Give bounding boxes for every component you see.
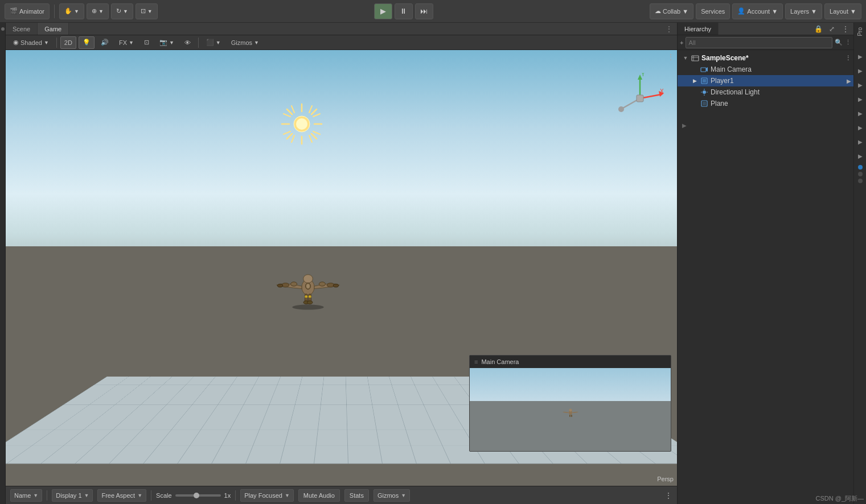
fx-btn[interactable]: FX ▼ (115, 36, 138, 49)
display-dropdown[interactable]: Display 1 ▼ (52, 489, 93, 502)
right-arrow-1[interactable]: ▶ (858, 53, 863, 60)
right-arrow-8[interactable]: ▶ (858, 153, 863, 159)
scene-sep-1 (56, 38, 57, 48)
aspect-dropdown[interactable]: Free Aspect ▼ (97, 489, 146, 502)
pro-tab[interactable]: Pro (857, 27, 863, 36)
scene-view[interactable]: Y X Persp ≡ (6, 50, 677, 486)
stats-btn[interactable]: Stats (344, 489, 369, 502)
svg-rect-28 (305, 296, 307, 298)
scene-gizmo[interactable]: Y X (614, 73, 666, 124)
name-arrow: ▼ (33, 493, 38, 498)
expand-arrow-1[interactable]: ▶ (682, 121, 853, 130)
render-arrow: ▼ (216, 40, 221, 46)
scale-value: 1x (224, 492, 231, 499)
sun-rays-svg (279, 101, 325, 147)
sun-object[interactable] (279, 101, 325, 147)
name-dropdown[interactable]: Name ▼ (10, 489, 42, 502)
hierarchy-item-player1[interactable]: ▶ Player1 ▶ (678, 75, 853, 86)
lighting-btn[interactable]: 💡 (79, 36, 95, 49)
plane-expand (691, 100, 698, 107)
persp-label: Persp (657, 476, 674, 482)
hierarchy-search[interactable] (686, 37, 832, 48)
hierarchy-item-main-camera[interactable]: Main Camera (678, 64, 853, 75)
robot-svg (274, 258, 342, 315)
light-icon (700, 88, 708, 96)
right-arrow-4[interactable]: ▶ (858, 96, 863, 102)
camera-preview-header: ≡ Main Camera (470, 356, 671, 368)
camera-label: Main Camera (711, 65, 752, 73)
bottom-more-btn[interactable]: ⋮ (664, 491, 672, 500)
hierarchy-expand-btn[interactable]: ⤢ (826, 23, 838, 35)
right-arrow-6[interactable]: ▶ (858, 125, 863, 131)
scene-more[interactable]: ⋮ (845, 55, 851, 62)
scene-more-btn[interactable]: ⋮ (667, 52, 675, 61)
hierarchy-item-directional-light[interactable]: Directional Light (678, 86, 853, 98)
gizmos-dropdown[interactable]: Gizmos ▼ (374, 489, 410, 502)
svg-rect-47 (571, 415, 572, 417)
svg-line-11 (309, 106, 312, 113)
right-arrow-7[interactable]: ▶ (858, 139, 863, 145)
player-expand[interactable]: ▶ (691, 77, 698, 84)
hierarchy-lock-btn[interactable]: 🔒 (812, 23, 824, 35)
right-arrow-3[interactable]: ▶ (858, 82, 863, 88)
eye-btn[interactable]: 👁 (180, 36, 195, 49)
play-focused-dropdown[interactable]: Play Focused ▼ (240, 489, 294, 502)
plane-icon (700, 100, 708, 108)
layout-button[interactable]: Layout ▼ (824, 3, 861, 19)
hierarchy-more2-btn[interactable]: ⋮ (845, 39, 851, 46)
layers-button[interactable]: Layers ▼ (785, 3, 822, 19)
mute-audio-btn[interactable]: Mute Audio (298, 489, 340, 502)
tab-more[interactable]: ⋮ (661, 24, 677, 34)
hierarchy-scene-root[interactable]: ▼ SampleScene* ⋮ (678, 52, 853, 64)
grey-accent-2 (858, 179, 863, 183)
scene-layers-btn[interactable]: ⊡ (140, 36, 153, 49)
hierarchy-more-btn[interactable]: ⋮ (840, 23, 851, 35)
animator-tab[interactable]: 🎬 Animator (5, 3, 50, 19)
light-expand (691, 89, 698, 96)
hierarchy-add-btn[interactable]: + (680, 39, 683, 46)
tab-game[interactable]: Game (38, 23, 69, 35)
watermark: CSDN @_阿新— (813, 493, 866, 504)
move-tool[interactable]: ⊕ ▼ (87, 3, 109, 19)
plane-label: Plane (711, 100, 728, 108)
cam-player (562, 406, 579, 420)
account-button[interactable]: 👤 Account ▼ (732, 3, 783, 19)
pause-button[interactable]: ⏸ (395, 3, 413, 19)
svg-point-32 (333, 284, 338, 287)
svg-point-30 (292, 304, 323, 309)
shading-btn[interactable]: ◉ Shaded ▼ (9, 36, 53, 49)
camera-preview-content (470, 368, 671, 451)
collab-button[interactable]: ☁ Collab ▼ (650, 3, 693, 19)
svg-line-15 (313, 131, 320, 134)
hand-tool[interactable]: ✋ ▼ (59, 3, 84, 19)
audio-btn[interactable]: 🔊 (97, 36, 113, 49)
account-icon: 👤 (737, 7, 745, 15)
tab-hierarchy[interactable]: Hierarchy (678, 23, 719, 35)
right-arrow-2[interactable]: ▶ (858, 68, 863, 74)
2d-btn[interactable]: 2D (60, 36, 76, 49)
tab-scene[interactable]: Scene (6, 23, 38, 35)
right-arrow-5[interactable]: ▶ (858, 110, 863, 117)
scale-icon: ⊡ (141, 7, 146, 15)
aspect-arrow: ▼ (137, 493, 142, 498)
gizmos-bottom-arrow: ▼ (401, 493, 406, 498)
hierarchy-search-btn[interactable]: 🔍 (835, 39, 843, 46)
audio-icon: 🔊 (101, 39, 109, 46)
scale-thumb[interactable] (194, 493, 199, 498)
step-button[interactable]: ⏭ (415, 3, 433, 19)
scene-camera-btn[interactable]: 📷 ▼ (155, 36, 178, 49)
play-button[interactable]: ▶ (374, 3, 392, 19)
scale-slider[interactable] (175, 494, 221, 497)
services-button[interactable]: Services (696, 3, 730, 19)
gizmos-btn[interactable]: Gizmos ▼ (227, 36, 263, 49)
scale-tool[interactable]: ⊡ ▼ (136, 3, 158, 19)
hierarchy-item-plane[interactable]: Plane (678, 98, 853, 109)
svg-rect-61 (703, 102, 706, 105)
player-expand-right[interactable]: ▶ (847, 78, 851, 84)
player-object[interactable] (274, 252, 342, 320)
rotate-tool[interactable]: ↻ ▼ (111, 3, 133, 19)
far-right-panel: Pro ▶ ▶ ▶ ▶ ▶ ▶ ▶ ▶ (853, 23, 866, 504)
render-toggle[interactable]: ⬛ ▼ (202, 36, 225, 49)
scene-expand-icon[interactable]: ▼ (682, 55, 689, 61)
scene-layers-icon: ⊡ (144, 39, 149, 46)
